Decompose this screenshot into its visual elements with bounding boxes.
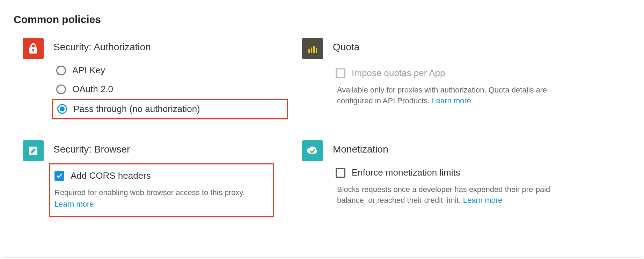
svg-rect-3: [308, 49, 310, 53]
radio-label: Pass through (no authorization): [73, 103, 200, 115]
security-browser-section: Security: Browser Add CORS headers Requi…: [23, 140, 288, 217]
cors-highlight-block: Add CORS headers Required for enabling w…: [49, 163, 274, 217]
security-authorization-section: Security: Authorization API Key OAuth 2.…: [23, 38, 288, 119]
checkbox-impose-quotas: Impose quotas per App: [331, 64, 568, 83]
svg-rect-5: [313, 46, 315, 53]
radio-icon: [56, 84, 66, 94]
monetization-learn-more-link[interactable]: Learn more: [463, 196, 503, 205]
quota-helper: Available only for proxies with authoriz…: [337, 85, 568, 106]
cloud-check-icon: [302, 140, 323, 161]
monetization-title: Monetization: [333, 144, 568, 155]
checkbox-add-cors[interactable]: Add CORS headers: [54, 168, 269, 185]
monetization-helper-text: Blocks requests once a developer has exp…: [337, 185, 550, 205]
checkbox-label: Add CORS headers: [71, 170, 151, 182]
cors-helper-text: Required for enabling web browser access…: [54, 188, 245, 197]
radio-label: OAuth 2.0: [72, 83, 113, 95]
lock-icon: [23, 38, 44, 59]
monetization-section: Monetization Enforce monetization limits…: [302, 140, 568, 217]
pencil-icon: [23, 140, 44, 161]
svg-rect-2: [33, 50, 34, 52]
checkbox-enforce-monetization[interactable]: Enforce monetization limits: [331, 163, 568, 182]
cors-learn-more-link[interactable]: Learn more: [54, 200, 94, 208]
common-policies-panel: Common policies Security: Authorization …: [1, 1, 643, 258]
svg-rect-6: [316, 48, 317, 53]
radio-passthrough[interactable]: Pass through (no authorization): [52, 99, 288, 120]
security-browser-title: Security: Browser: [53, 144, 288, 155]
checkbox-icon: [54, 171, 64, 181]
security-authorization-title: Security: Authorization: [53, 42, 288, 53]
bars-icon: [302, 38, 323, 59]
quota-learn-more-link[interactable]: Learn more: [432, 96, 471, 105]
checkbox-icon: [336, 68, 345, 78]
quota-title: Quota: [333, 42, 568, 53]
policy-grid: Security: Authorization API Key OAuth 2.…: [23, 38, 568, 217]
checkbox-label: Impose quotas per App: [352, 67, 445, 79]
radio-label: API Key: [72, 65, 105, 76]
radio-icon: [56, 66, 66, 75]
checkbox-icon: [336, 168, 345, 178]
radio-oauth[interactable]: OAuth 2.0: [52, 80, 288, 99]
radio-icon: [57, 104, 67, 114]
panel-title: Common policies: [14, 14, 630, 25]
checkbox-label: Enforce monetization limits: [352, 167, 460, 179]
cors-helper: Required for enabling web browser access…: [54, 187, 269, 210]
svg-rect-4: [311, 47, 312, 53]
auth-options: API Key OAuth 2.0 Pass through (no autho…: [53, 61, 288, 119]
radio-api-key[interactable]: API Key: [52, 61, 288, 80]
quota-section: Quota Impose quotas per App Available on…: [302, 38, 568, 119]
monetization-helper: Blocks requests once a developer has exp…: [337, 184, 568, 206]
